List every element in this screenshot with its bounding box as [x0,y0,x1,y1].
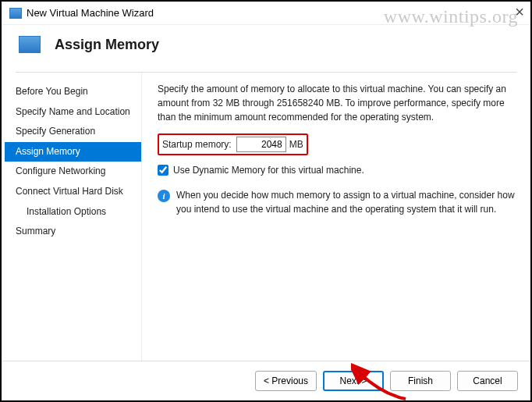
close-icon[interactable]: × [515,3,524,21]
wizard-footer: < Previous Next > Finish Cancel [2,361,530,400]
cancel-button[interactable]: Cancel [457,371,518,391]
next-button[interactable]: Next > [323,371,384,391]
dynamic-memory-label: Use Dynamic Memory for this virtual mach… [173,163,364,177]
page-title: Assign Memory [55,37,159,53]
step-specify-name[interactable]: Specify Name and Location [5,102,141,123]
info-row: i When you decide how much memory to ass… [158,188,515,216]
dynamic-memory-row: Use Dynamic Memory for this virtual mach… [158,163,515,177]
finish-button[interactable]: Finish [390,371,451,391]
step-installation-options[interactable]: Installation Options [5,202,141,222]
startup-memory-label: Startup memory: [162,137,232,151]
dynamic-memory-checkbox[interactable] [158,165,168,176]
step-before-you-begin[interactable]: Before You Begin [5,82,141,102]
app-icon [9,8,22,19]
titlebar: New Virtual Machine Wizard [2,2,530,25]
step-summary[interactable]: Summary [5,222,141,242]
description-text: Specify the amount of memory to allocate… [158,82,515,124]
wizard-content: Specify the amount of memory to allocate… [142,73,530,363]
info-text: When you decide how much memory to assig… [176,188,515,216]
previous-button[interactable]: < Previous [255,371,317,391]
wizard-header: Assign Memory [2,25,530,72]
step-configure-networking[interactable]: Configure Networking [5,162,141,182]
step-specify-generation[interactable]: Specify Generation [5,122,141,142]
wizard-icon [19,36,41,53]
startup-memory-row: Startup memory: MB [158,133,308,155]
startup-memory-input[interactable] [236,137,286,152]
step-assign-memory[interactable]: Assign Memory [5,142,141,162]
memory-unit: MB [289,137,303,151]
info-icon: i [158,190,170,202]
wizard-steps: Before You Begin Specify Name and Locati… [5,73,142,363]
step-connect-vhd[interactable]: Connect Virtual Hard Disk [5,182,141,202]
window-title: New Virtual Machine Wizard [27,7,154,19]
